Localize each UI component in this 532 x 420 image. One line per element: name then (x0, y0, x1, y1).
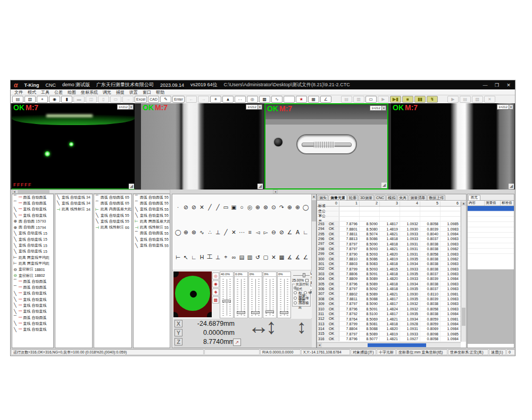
grid-data-row[interactable]: 307 OK7.88028.50891.48211.09300.81101.09… (317, 292, 461, 297)
measure-tool-icon[interactable]: ◅ (255, 229, 261, 235)
feature-row[interactable]: ⊕ 圆 自动圆 15794 (12, 224, 53, 230)
open2-button[interactable]: ▧ (472, 96, 483, 103)
magnifier-button[interactable]: ◎ (247, 96, 258, 103)
resize-grip-icon[interactable]: ◢ (129, 184, 134, 189)
measure-tool-icon[interactable]: ▻ (263, 229, 269, 235)
measure-tool-icon[interactable]: ✕ (199, 204, 205, 210)
measure-tool-icon[interactable]: ▣ (231, 204, 237, 210)
edge-observe-radio[interactable] (294, 297, 297, 300)
feature-row[interactable]: ╲ *** 直线 自动直线 (12, 309, 53, 315)
table-tab[interactable]: 轮廓 (347, 195, 358, 200)
feature-row[interactable]: ╲ 直线 自动直线 34 (55, 200, 92, 206)
menu-item-6[interactable]: 调光 (103, 89, 111, 95)
scrollbar-thumb[interactable] (462, 308, 466, 326)
measure-tool-icon[interactable]: ∡ (287, 254, 293, 260)
restore-button[interactable]: ❐ (494, 83, 500, 88)
measure-tool-icon[interactable]: ◎ (247, 204, 253, 210)
menu-item-1[interactable]: 模式 (28, 89, 36, 95)
element-empty-row[interactable] (468, 233, 514, 238)
measure-tool-icon[interactable]: ○ (239, 204, 245, 210)
measure-tool-icon[interactable]: · (175, 204, 181, 210)
measure-tool-icon[interactable]: ⊢ (175, 254, 181, 260)
feature-row[interactable]: ╲ *** 直线 自动直线 (12, 207, 53, 212)
tool-x-button[interactable]: ✕ (484, 96, 495, 103)
feature-row[interactable]: ⌒ 圆弧 自动圆弧 55 (134, 230, 170, 236)
menu-item-10[interactable]: 帮助 (156, 89, 164, 95)
camera-view-2[interactable]: OK M:7 1=212 ▼ ◢ (141, 103, 263, 190)
light-slider-1[interactable]: 0.0% (234, 271, 248, 318)
measure-tool-icon[interactable]: ↖ (183, 254, 189, 260)
feature-row[interactable]: ⌒ 圆弧 自动圆弧 65 (94, 194, 131, 200)
measure-tool-icon[interactable]: ∞ (231, 254, 237, 260)
measure-tool-icon[interactable]: ╱ (215, 204, 221, 210)
measure-tool-icon[interactable]: ⊙ (271, 204, 277, 210)
element-empty-row[interactable] (468, 243, 514, 249)
measure-tool-icon[interactable]: A (295, 229, 301, 235)
checkerboard-button[interactable]: ▩ (259, 96, 270, 103)
table-tab[interactable]: 夹具 (397, 195, 408, 200)
grid-data-row[interactable]: 313 OK7.87998.50811.48181.09280.80591.09… (317, 322, 461, 326)
measure-tool-icon[interactable]: ▦ (279, 254, 285, 260)
coarse-radio[interactable] (294, 291, 297, 294)
feature-row[interactable]: ⊢ 距离 两直线平均距 (12, 254, 53, 260)
measure-tool-icon[interactable]: ↺ (255, 254, 261, 260)
grid-data-row[interactable]: 299 OK7.87908.50931.48201.09310.80581.09… (317, 252, 461, 257)
measure-tool-icon[interactable]: ⊥ (215, 229, 221, 235)
slider-thumb[interactable] (251, 311, 260, 314)
measure-tool-icon[interactable]: ≡ (247, 229, 253, 235)
grid-data-row[interactable]: 294 OK7.88018.50801.48191.09300.80391.09… (317, 227, 461, 232)
camera-lens-select[interactable]: 1=212 ▼ (370, 105, 386, 111)
measure-tool-icon[interactable]: H (199, 254, 205, 260)
feature-row[interactable]: ⌒ 圆弧 自动圆弧 65 (94, 200, 131, 206)
grid-data-row[interactable]: 293 OK7.87968.50901.48171.09320.80581.09… (317, 221, 461, 226)
feature-row[interactable]: ╲ *** 直线 自动直线 (12, 212, 53, 218)
table-tab[interactable]: CNC (375, 195, 386, 200)
default-mode-checkbox[interactable] (305, 279, 309, 282)
feature-row[interactable]: ╲ 直线 自动直线 55 (134, 236, 170, 242)
goto-position-button[interactable]: ↗ (233, 339, 241, 346)
close-button[interactable]: ✕ (505, 83, 512, 88)
feature-row[interactable]: ⌒ 圆弧 自动圆弧 55 (134, 200, 170, 206)
feature-row[interactable]: ╲ 直线 自动直线 34 (55, 194, 92, 200)
open-button[interactable]: ▧ (24, 96, 36, 103)
grid-data-row[interactable]: 298 OK7.87978.50931.48211.09310.80381.09… (317, 246, 461, 251)
element-empty-row[interactable] (468, 211, 514, 217)
table-tab[interactable]: 3D测量 (359, 195, 374, 200)
slider-thumb[interactable] (280, 311, 288, 314)
feature-row[interactable]: ╲ 直线 自动直线 55 (134, 207, 170, 212)
scroll-left-icon[interactable]: ◂ (12, 190, 16, 193)
feature-row[interactable]: ⊢ 距离 内圆弧最大距 (94, 207, 131, 212)
measure-tool-icon[interactable]: ⊕ (287, 204, 293, 210)
scrollbar-thumb[interactable] (312, 200, 316, 221)
element-empty-row[interactable] (468, 249, 514, 254)
menu-item-3[interactable]: 公差 (54, 89, 63, 95)
camera-view-1[interactable]: OK M:7 1=212 ▼ ◢FFFFF (12, 103, 135, 190)
grid-data-row[interactable]: 303 OK7.88068.50911.48181.09350.80371.09… (317, 271, 461, 276)
slider-thumb[interactable] (265, 310, 274, 313)
save2-button[interactable]: ▤ (341, 96, 352, 103)
light-slider-0[interactable]: 40.0% (220, 271, 234, 318)
menu-item-8[interactable]: 设置 (129, 89, 138, 95)
grid-data-row[interactable]: 304 OK7.88098.50891.48201.09330.80391.09… (317, 276, 461, 281)
enter-button[interactable]: Enter (172, 96, 185, 103)
measure-tool-icon[interactable]: ⊕ (183, 229, 189, 235)
feature-row[interactable]: ⌒ 圆弧 自动圆弧 55 (134, 194, 170, 200)
measure-tool-icon[interactable]: ⊘ (191, 204, 197, 210)
list-horizontal-scrollbar[interactable]: ◂ (12, 190, 170, 194)
grid-data-row[interactable]: 306 OK7.87978.50921.48181.09350.80371.09… (317, 286, 461, 291)
camera-view-4[interactable]: OK M:7 1=212 ▼ ◢ (391, 103, 514, 190)
feature-row[interactable]: ⊣ 距离 线性标注 34 (55, 207, 92, 212)
feature-row[interactable]: ╲ 直线 自动直线 55 (134, 212, 170, 218)
element-empty-row[interactable] (468, 227, 514, 233)
run-to-end-button[interactable]: ▶▮ (390, 96, 401, 103)
blank-button[interactable] (284, 96, 295, 103)
measure-tool-icon[interactable]: ✕ (271, 254, 277, 260)
light-bulb-button[interactable]: ☀ (210, 96, 221, 103)
measure-tool-icon[interactable]: ⊥ (215, 254, 221, 260)
measure-tool-icon[interactable]: ⌖ (223, 253, 229, 260)
measure-tool-icon[interactable]: ▢ (263, 254, 269, 260)
curve-button[interactable]: ∿ (271, 96, 282, 103)
selected-element-row[interactable] (468, 206, 514, 211)
grid-data-row[interactable]: 296 OK7.88138.50861.48181.09330.80371.09… (317, 236, 461, 241)
resize-grip-icon[interactable]: ◢ (381, 183, 387, 188)
